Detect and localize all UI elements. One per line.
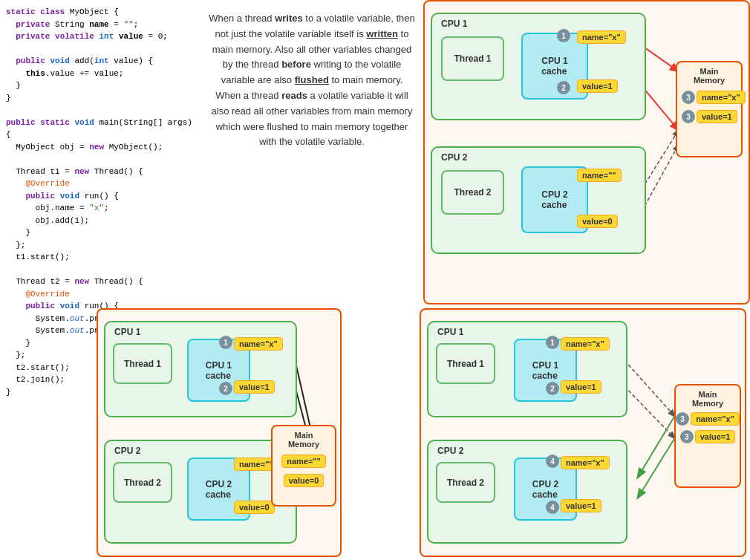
svg-line-3 <box>642 86 679 130</box>
bl-mem-var1: name="" <box>281 455 326 468</box>
bl-var1: name="x" <box>234 337 283 351</box>
description-panel: When a thread writes to a volatile varia… <box>200 0 423 305</box>
svg-line-2 <box>642 45 679 71</box>
br-mem-num3a: 3 <box>676 412 689 426</box>
br-cpu2-group: CPU 2 Thread 2 CPU 2cache 4 name="x" 4 v… <box>427 440 627 544</box>
br-mem-var1: name="x" <box>691 412 740 426</box>
bl-var2: value=1 <box>234 380 275 394</box>
top-num1: 1 <box>557 29 570 42</box>
top-mem-num3a: 3 <box>682 91 695 104</box>
top-cpu1-label: CPU 1 <box>441 19 467 29</box>
top-cache1-label: CPU 1cache <box>541 56 567 76</box>
bl-cpu1-label: CPU 1 <box>114 327 140 337</box>
svg-line-21 <box>628 391 674 438</box>
top-main-memory: MainMemory 3 name="x" 3 value=1 <box>676 61 743 157</box>
br-var2: value=1 <box>561 380 601 394</box>
description-text: When a thread writes to a volatile varia… <box>209 13 415 147</box>
bl-cpu2-label: CPU 2 <box>114 446 140 456</box>
br-main-memory: MainMemory 3 name="x" 3 value=1 <box>674 384 741 488</box>
br-num2: 2 <box>546 382 559 395</box>
top-num2: 2 <box>557 81 570 94</box>
top-mem-var2: value=1 <box>697 110 737 123</box>
top-cpu2-var1: name="" <box>577 169 622 182</box>
bl-mem-var2: value=0 <box>284 474 325 487</box>
br-memory-label: MainMemory <box>692 390 723 408</box>
top-mem-num3b: 3 <box>682 110 695 123</box>
br-cpu2-var2: value=1 <box>561 499 601 512</box>
diagram-bottom-right: CPU 1 Thread 1 CPU 1cache 1 name="x" 2 v… <box>420 308 746 557</box>
svg-line-7 <box>642 145 679 211</box>
top-thread1: Thread 1 <box>441 36 504 81</box>
br-num4b: 4 <box>546 501 559 514</box>
top-cpu1-group: CPU 1 Thread 1 CPU 1cache 1 name="x" 2 v… <box>431 13 646 120</box>
br-cpu2-var1: name="x" <box>561 456 610 469</box>
br-num1: 1 <box>546 336 559 349</box>
svg-line-6 <box>642 130 679 189</box>
bl-main-memory: MainMemory name="" value=0 <box>271 425 336 507</box>
bl-thread2: Thread 2 <box>113 462 172 503</box>
top-cpu2-label: CPU 2 <box>441 152 467 163</box>
top-cache2-label: CPU 2cache <box>541 189 567 210</box>
top-thread2: Thread 2 <box>441 170 504 215</box>
br-var1: name="x" <box>561 337 610 351</box>
br-cpu1-label: CPU 1 <box>437 327 463 337</box>
top-mem-var1: name="x" <box>697 91 746 104</box>
bl-thread1: Thread 1 <box>113 343 172 384</box>
bl-cpu2-var2: value=0 <box>234 501 275 514</box>
diagram-bottom-left: CPU 1 Thread 1 CPU 1cache 1 name="x" 2 v… <box>97 308 342 557</box>
br-cpu2-label: CPU 2 <box>437 446 463 456</box>
top-cpu2-group: CPU 2 Thread 2 CPU 2cache name="" value=… <box>431 146 646 254</box>
bl-num2: 2 <box>219 382 232 395</box>
svg-line-23 <box>638 438 674 498</box>
br-num4a: 4 <box>546 455 559 468</box>
bl-cpu2-group: CPU 2 Thread 2 CPU 2cache name="" value=… <box>104 440 297 544</box>
svg-line-22 <box>638 416 674 477</box>
svg-line-20 <box>628 365 674 416</box>
br-mem-var2: value=1 <box>695 430 736 443</box>
br-cpu1-group: CPU 1 Thread 1 CPU 1cache 1 name="x" 2 v… <box>427 321 627 417</box>
bl-cpu1-group: CPU 1 Thread 1 CPU 1cache 1 name="x" 2 v… <box>104 321 297 417</box>
top-var1: name="x" <box>577 30 626 44</box>
br-thread2: Thread 2 <box>436 462 495 503</box>
code-panel: static class MyObject { private String n… <box>0 0 200 305</box>
diagram-top: CPU 1 Thread 1 CPU 1cache 1 name="x" 2 v… <box>423 0 750 305</box>
top-cpu2-var2: value=0 <box>577 215 618 228</box>
top-memory-label: MainMemory <box>694 67 725 85</box>
top-var2: value=1 <box>577 79 618 93</box>
br-thread1: Thread 1 <box>436 343 495 384</box>
bl-num1: 1 <box>219 336 232 349</box>
bl-memory-label: MainMemory <box>288 431 319 449</box>
br-mem-num3b: 3 <box>680 430 694 443</box>
